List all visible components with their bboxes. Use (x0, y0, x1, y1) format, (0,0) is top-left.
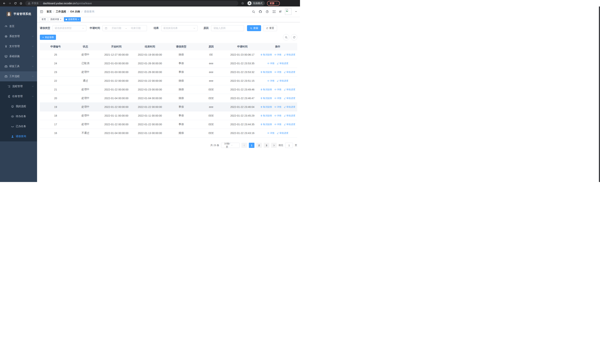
apply-time-range-picker[interactable]: 开始日期 - 结束日期 (103, 25, 147, 31)
next-page-button[interactable] (271, 143, 277, 148)
close-icon[interactable]: × (60, 18, 61, 20)
sidebar-item-label: 工作流程 (9, 75, 20, 78)
github-icon[interactable] (259, 10, 262, 13)
search-button[interactable]: 搜索 (247, 25, 261, 31)
progress-link[interactable]: 审批进度 (284, 114, 295, 117)
sidebar-collapse-icon[interactable] (40, 10, 43, 14)
sidebar-item-my-process[interactable]: 我的流程 (0, 101, 37, 111)
table-cell: eee (196, 79, 226, 82)
bookmark-star-icon[interactable] (240, 2, 245, 5)
table-cell: 2022-01-04 00:00:00 (133, 97, 167, 100)
page-button-3[interactable]: 3 (264, 143, 269, 148)
prev-page-button[interactable] (242, 143, 247, 148)
result-select[interactable]: 请选择流结果 (161, 25, 197, 31)
table-row: 19处理中2022-01-22 00:00:002022-01-22 00:00… (40, 103, 297, 111)
progress-link[interactable]: 审批进度 (277, 79, 288, 83)
reload-button[interactable] (13, 1, 18, 6)
font-size-icon[interactable]: tT (279, 10, 281, 13)
breadcrumb-item[interactable]: 首页 (47, 10, 52, 13)
detail-link[interactable]: 详情 (274, 88, 281, 91)
app-logo[interactable]: 芋道管理系统 (0, 7, 37, 21)
detail-link[interactable]: 详情 (267, 131, 274, 135)
sidebar-item-infrastructure[interactable]: 基础设施 (0, 51, 37, 61)
reason-input[interactable]: 请输入原因 (211, 25, 244, 31)
sidebar-item-label: 系统管理 (9, 35, 20, 38)
back-button[interactable] (2, 1, 7, 6)
leave-type-select[interactable]: 请选择请假类型 (53, 25, 86, 31)
tab-首页[interactable]: 首页 (40, 17, 48, 21)
sidebar-item-leave-query[interactable]: 请假查询 (0, 131, 37, 141)
detail-link[interactable]: 详情 (274, 114, 281, 117)
refresh-table-button[interactable] (291, 34, 297, 40)
detail-link[interactable]: 详情 (267, 79, 274, 83)
page-button-2[interactable]: 2 (256, 143, 262, 148)
tags-view-bar: 首页流程详情×请假查询× (37, 17, 300, 22)
cancel-leave-link[interactable]: 取消请假 (260, 105, 272, 109)
progress-link[interactable]: 审批进度 (284, 53, 295, 56)
logo-image (6, 12, 12, 16)
sidebar-item-system-mgmt[interactable]: 系统管理 (0, 31, 37, 41)
create-leave-button[interactable]: 发起请假 (40, 35, 56, 40)
sidebar-item-done-tasks[interactable]: 已办任务 (0, 121, 37, 131)
progress-link[interactable]: 审批进度 (284, 71, 295, 74)
cancel-leave-link[interactable]: 取消请假 (260, 71, 272, 74)
sidebar-item-workflow[interactable]: 工作流程 (0, 71, 37, 81)
user-menu-caret-icon[interactable] (295, 10, 297, 13)
user-icon (11, 135, 14, 138)
sidebar-item-todo-tasks[interactable]: 待办任务 (0, 111, 37, 121)
home-button[interactable] (19, 1, 23, 6)
breadcrumb-item[interactable]: 工作流程 (56, 10, 66, 13)
table-cell: 2022-01-19 00:00:00 (133, 53, 167, 56)
address-bar[interactable]: 不安全 dashboard.yudao.iocoder.cn/bpm/oa/le… (25, 1, 238, 6)
security-chip[interactable]: 不安全 (28, 2, 39, 5)
goto-page-input[interactable]: 1 (285, 143, 293, 148)
progress-link[interactable]: 审批进度 (284, 123, 295, 126)
help-icon[interactable] (265, 10, 269, 13)
breadcrumb-item[interactable]: OA 示例 (70, 10, 80, 13)
leave-table: 申请编号状态开始时间结束时间请假类型原因申请时间操作25处理中2021-12-2… (40, 43, 297, 138)
result-label: 结果 (154, 27, 159, 30)
sidebar-item-task-mgmt[interactable]: 任务管理 (0, 91, 37, 101)
progress-link[interactable]: 审批进度 (284, 105, 295, 109)
detail-link[interactable]: 详情 (274, 105, 281, 109)
sidebar-item-payment-mgmt[interactable]: 支付管理 (0, 41, 37, 51)
detail-link[interactable]: 详情 (267, 62, 274, 65)
cancel-leave-link[interactable]: 取消请假 (260, 114, 272, 117)
search-icon[interactable] (252, 10, 255, 13)
table-cell: 2022-01-11 00:00:00 (100, 114, 133, 117)
progress-link[interactable]: 审批进度 (284, 97, 295, 100)
sidebar-item-dev-tools[interactable]: 研发工具 (0, 61, 37, 71)
progress-link[interactable]: 审批进度 (277, 131, 288, 135)
cancel-leave-link[interactable]: 取消请假 (260, 88, 272, 91)
sidebar-item-home[interactable]: 首页 (0, 21, 37, 31)
detail-link[interactable]: 详情 (274, 53, 281, 56)
cancel-leave-link[interactable]: 取消请假 (260, 123, 272, 126)
close-icon[interactable]: × (78, 18, 79, 20)
pen-icon (277, 80, 279, 82)
fullscreen-icon[interactable] (272, 10, 276, 13)
table-cell: EEE (196, 88, 226, 91)
detail-link[interactable]: 详情 (274, 97, 281, 100)
toggle-search-button[interactable] (283, 34, 289, 40)
sidebar-item-process-mgmt[interactable]: 流程管理 (0, 81, 37, 91)
page-button-1[interactable]: 1 (249, 143, 254, 148)
cancel-leave-link[interactable]: 取消请假 (260, 97, 272, 100)
update-button[interactable]: 更新 (267, 1, 280, 6)
forward-button[interactable] (7, 1, 12, 6)
table-cell: 事假 (167, 114, 196, 117)
progress-link[interactable]: 审批进度 (284, 88, 295, 91)
detail-link[interactable]: 详情 (274, 71, 281, 74)
tab-流程详情[interactable]: 流程详情× (48, 17, 63, 21)
menu-dots-icon[interactable] (276, 2, 278, 4)
cancel-leave-link[interactable]: 取消请假 (260, 53, 272, 56)
page-size-select[interactable]: 10条/页 (221, 143, 240, 148)
tab-请假查询[interactable]: 请假查询× (64, 17, 81, 21)
table-cell: 处理中 (71, 123, 100, 126)
table-row: 21处理中2022-01-22 00:00:002022-01-23 00:00… (40, 85, 297, 94)
table-cell: 病假 (167, 53, 196, 56)
avatar[interactable] (285, 8, 291, 15)
table-header-cell: 操作 (258, 45, 297, 48)
detail-link[interactable]: 详情 (274, 123, 281, 126)
progress-link[interactable]: 审批进度 (277, 62, 288, 65)
reset-button[interactable]: 重置 (263, 25, 277, 31)
